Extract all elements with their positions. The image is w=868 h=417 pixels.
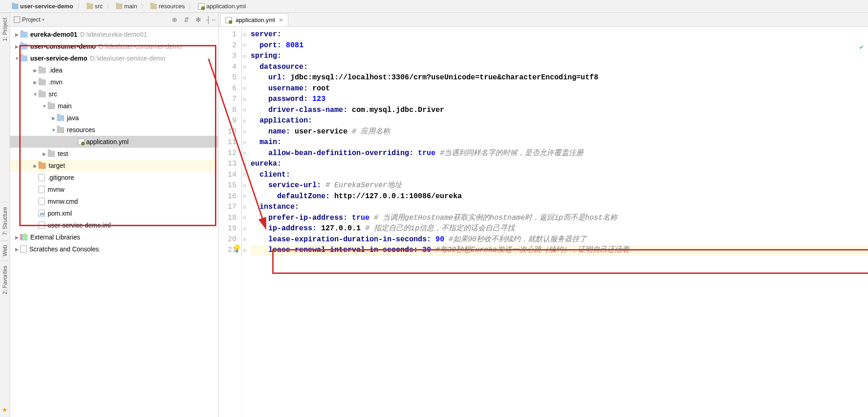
tree-node-main[interactable]: ▼main xyxy=(10,100,218,112)
tree-node-target[interactable]: ▶target xyxy=(10,160,218,172)
tool-tab-project[interactable]: 1: Project xyxy=(1,13,9,46)
project-tree[interactable]: ▶eureka-demo01D:\idea\eureka-demo01 ▶use… xyxy=(10,27,218,417)
breadcrumb-bar: user-service-demo 〉 src 〉 main 〉 resourc… xyxy=(0,0,868,13)
tree-node-scratches[interactable]: ▶Scratches and Consoles xyxy=(10,243,218,255)
tree-node-resources[interactable]: ▼resources xyxy=(10,124,218,136)
yml-file-icon xyxy=(78,139,84,145)
chevron-right-icon: 〉 xyxy=(106,2,112,11)
gear-icon[interactable]: ✻ xyxy=(194,16,203,23)
tool-tab-structure[interactable]: 7: Structure xyxy=(1,202,9,240)
collapse-icon[interactable]: ⇵ xyxy=(182,16,191,23)
tree-node-src[interactable]: ▼src xyxy=(10,88,218,100)
tree-node-idea[interactable]: ▶.idea xyxy=(10,64,218,76)
target-folder-icon xyxy=(38,163,46,169)
code-content[interactable]: 💡 server: port: 8081spring: datasource: … xyxy=(247,27,868,417)
tree-node-service[interactable]: ▼user-service-demoD:\idea\user-service-d… xyxy=(10,52,218,64)
tree-node-consumer[interactable]: ▶user-consumer-demoD:\idea\user-consumer… xyxy=(10,40,218,52)
project-panel: Project ▾ ⊕ ⇵ ✻ ┤← ▶eureka-demo01D:\idea… xyxy=(10,13,219,417)
fold-gutter[interactable]: ⊟⊟⊟⊟⊟⊟⊟⊟⊟⊟⊟⊟⊟⊟⊟⊟⊟⊟⊟⊟⊟ xyxy=(242,27,247,417)
module-icon xyxy=(20,32,27,38)
folder-icon xyxy=(48,103,55,109)
close-icon[interactable]: ✕ xyxy=(279,17,283,23)
folder-icon xyxy=(116,4,122,9)
locate-icon[interactable]: ⊕ xyxy=(170,16,179,23)
folder-icon xyxy=(38,79,46,85)
editor-area: application.yml ✕ 1234567891011121314151… xyxy=(219,13,868,417)
breadcrumb-item-0[interactable]: user-service-demo xyxy=(9,3,76,10)
file-icon xyxy=(38,222,45,229)
folder-icon xyxy=(150,4,157,9)
tree-node-mvnw[interactable]: mvnw xyxy=(10,183,218,195)
tree-node-external-libraries[interactable]: ▶External Libraries xyxy=(10,231,218,243)
folder-icon xyxy=(12,4,18,9)
breadcrumb-item-3[interactable]: resources xyxy=(148,3,187,10)
star-icon[interactable]: ★ xyxy=(2,406,8,413)
folder-icon xyxy=(48,151,55,157)
tree-node-iml[interactable]: user-service-demo.iml xyxy=(10,219,218,231)
module-icon xyxy=(20,56,27,61)
tree-node-mvnwcmd[interactable]: mvnw.cmd xyxy=(10,195,218,207)
breadcrumb-item-2[interactable]: main xyxy=(113,3,140,10)
resources-folder-icon xyxy=(57,127,64,133)
scratch-icon xyxy=(20,245,27,253)
chevron-right-icon: 〉 xyxy=(77,2,83,11)
chevron-right-icon: 〉 xyxy=(141,2,147,11)
source-folder-icon xyxy=(57,115,64,121)
tree-node-application-yml[interactable]: application.yml xyxy=(10,136,218,148)
project-panel-header: Project ▾ ⊕ ⇵ ✻ ┤← xyxy=(10,13,218,27)
tree-node-java[interactable]: ▶java xyxy=(10,112,218,124)
breadcrumb-item-1[interactable]: src xyxy=(84,3,105,10)
tree-node-test[interactable]: ▶test xyxy=(10,148,218,160)
file-icon xyxy=(38,186,45,193)
maven-file-icon xyxy=(38,210,45,217)
code-editor[interactable]: 123456789101112131415161718192021 ⊟⊟⊟⊟⊟⊟… xyxy=(219,27,868,417)
inspection-check-icon[interactable]: ✔ xyxy=(860,43,863,51)
yml-file-icon xyxy=(198,3,204,10)
line-number-gutter: 123456789101112131415161718192021 xyxy=(219,27,242,417)
library-icon xyxy=(20,234,27,240)
tree-node-gitignore[interactable]: .gitignore xyxy=(10,172,218,183)
tool-tab-favorites[interactable]: 2: Favorites xyxy=(1,261,9,299)
tree-node-pom[interactable]: pom.xml xyxy=(10,207,218,219)
yml-file-icon xyxy=(225,17,232,23)
file-icon xyxy=(38,174,45,181)
folder-icon xyxy=(38,91,46,97)
chevron-right-icon: 〉 xyxy=(188,2,194,11)
intention-bulb-icon[interactable]: 💡 xyxy=(232,244,242,253)
breadcrumb-item-4[interactable]: application.yml xyxy=(195,3,248,10)
file-icon xyxy=(38,198,45,205)
left-tool-gutter: 1: Project 7: Structure Web 2: Favorites… xyxy=(0,13,10,417)
editor-tabs: application.yml ✕ xyxy=(219,13,868,27)
folder-icon xyxy=(87,4,93,9)
module-icon xyxy=(20,44,27,50)
editor-tab-application-yml[interactable]: application.yml ✕ xyxy=(220,13,288,26)
tool-tab-web[interactable]: Web xyxy=(1,240,9,261)
project-panel-title[interactable]: Project ▾ xyxy=(14,16,44,23)
folder-icon xyxy=(38,67,46,73)
hide-icon[interactable]: ┤← xyxy=(206,16,214,23)
tree-node-eureka[interactable]: ▶eureka-demo01D:\idea\eureka-demo01 xyxy=(10,28,218,40)
tree-node-mvn[interactable]: ▶.mvn xyxy=(10,76,218,88)
